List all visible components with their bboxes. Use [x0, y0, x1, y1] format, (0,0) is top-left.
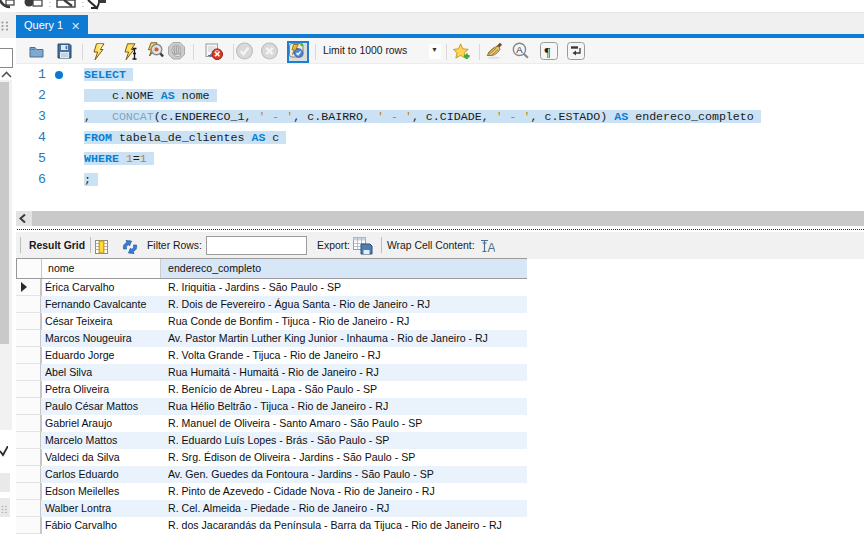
svg-text:A: A	[516, 44, 523, 55]
svg-text:A: A	[488, 241, 496, 254]
svg-text:¶: ¶	[545, 44, 551, 59]
